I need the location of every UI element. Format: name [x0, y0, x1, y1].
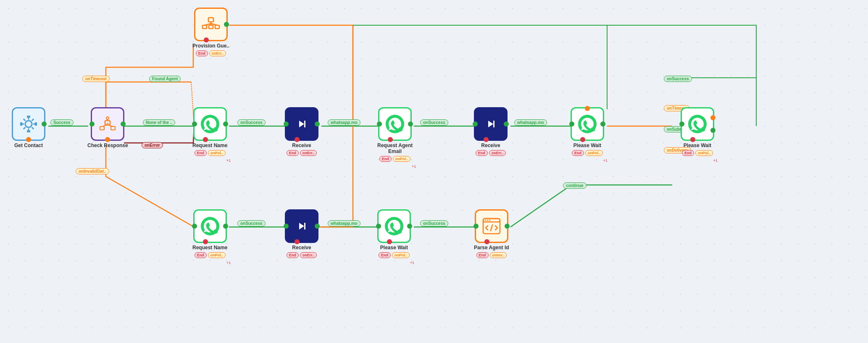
- receive-icon-1: [292, 115, 311, 133]
- please-wait-right-box[interactable]: [681, 107, 714, 141]
- provision-guest-node[interactable]: Provision Gue.. End onErr..: [192, 8, 229, 56]
- receive-2-box[interactable]: [474, 107, 508, 141]
- svg-point-13: [25, 121, 32, 127]
- provision-onerr-tag: onErr..: [209, 50, 226, 56]
- whatsapp-mo-2-edge-label: whatsapp.mo: [514, 119, 547, 126]
- on-error-edge-label: onError: [142, 142, 163, 148]
- svg-rect-28: [215, 25, 219, 29]
- svg-line-46: [491, 225, 492, 231]
- please-wait-2-label: Please Wait: [380, 245, 408, 251]
- code-icon: [482, 216, 501, 236]
- request-agent-email-label: Request AgentEmail: [377, 142, 413, 154]
- request-agent-email-box[interactable]: [378, 107, 412, 141]
- get-contact-node[interactable]: Get Contact: [12, 107, 45, 148]
- on-success-4-edge-label: onSuccess: [420, 220, 448, 227]
- please-wait-right-label: Please Wait: [684, 142, 711, 148]
- receive-1-node[interactable]: Receive End onErr..: [285, 107, 318, 156]
- check-response-node[interactable]: Check Response: [87, 107, 128, 148]
- provision-end-tag: End: [196, 50, 208, 56]
- receive-1-tags: End onErr..: [287, 150, 317, 156]
- router-icon: [98, 115, 117, 133]
- receive-2-tags: End onErr..: [476, 150, 506, 156]
- request-name-1-label: Request Name: [192, 142, 227, 148]
- request-name-2-label: Request Name: [192, 245, 227, 251]
- parse-agent-id-tags: End onInv..: [476, 252, 507, 258]
- svg-rect-15: [27, 130, 30, 132]
- request-name-2-box[interactable]: [193, 209, 227, 243]
- please-wait-2-box[interactable]: [377, 209, 411, 243]
- gear-icon: [18, 114, 39, 134]
- parse-agent-id-node[interactable]: Parse Agent Id End onInv..: [474, 209, 509, 258]
- svg-rect-17: [35, 122, 37, 126]
- please-wait-right-tags: End onPol.. +1: [682, 150, 713, 156]
- receive-3-label: Receive: [292, 245, 311, 251]
- on-success-2-edge-label: onSuccess: [420, 119, 448, 126]
- get-contact-box[interactable]: [12, 107, 45, 141]
- please-wait-2-node[interactable]: Please Wait End onPol.. +1: [377, 209, 411, 258]
- request-agent-email-tags: End onPol.. +1: [379, 156, 410, 162]
- check-response-box[interactable]: [91, 107, 124, 141]
- svg-rect-25: [208, 18, 213, 22]
- on-invalid-dat-edge-label: onInvalidDat..: [76, 168, 109, 174]
- receive-1-label: Receive: [292, 142, 311, 148]
- check-response-label: Check Response: [87, 142, 128, 148]
- whatsapp-icon-2: [384, 113, 405, 135]
- svg-line-22: [108, 125, 113, 127]
- continue-edge-label: continue: [563, 182, 587, 189]
- svg-rect-20: [111, 127, 115, 130]
- on-success-1-edge-label: onSuccess: [237, 119, 266, 126]
- svg-rect-19: [100, 127, 104, 130]
- please-wait-1-label: Please Wait: [573, 142, 601, 148]
- receive-2-label: Receive: [481, 142, 500, 148]
- request-name-2-tags: End onPol.. +1: [195, 252, 226, 258]
- svg-rect-16: [20, 122, 22, 126]
- receive-2-node[interactable]: Receive End onErr..: [474, 107, 508, 156]
- svg-rect-26: [203, 25, 207, 29]
- provision-guest-tags: End onErr..: [196, 50, 226, 56]
- request-name-1-node[interactable]: Request Name End onPol.. +1: [192, 107, 227, 156]
- please-wait-1-node[interactable]: Please Wait End onPol.. +1: [571, 107, 604, 156]
- request-name-2-node[interactable]: Request Name End onPol.. +1: [192, 209, 227, 258]
- svg-line-21: [102, 125, 108, 127]
- connections-layer: [0, 0, 868, 343]
- get-contact-label: Get Contact: [14, 142, 43, 148]
- svg-point-44: [487, 220, 488, 221]
- provision-guest-box[interactable]: [194, 8, 228, 41]
- please-wait-2-tags: End onPol.. +1: [379, 252, 410, 258]
- workflow-canvas[interactable]: Get Contact Check Response: [0, 0, 868, 343]
- on-timeout-edge-label: onTimeout: [82, 76, 110, 82]
- success-edge-label: Success: [50, 119, 74, 126]
- request-name-1-box[interactable]: [193, 107, 227, 141]
- whatsapp-mo-1-edge-label: whatsapp.mo: [328, 119, 360, 126]
- provision-guest-label: Provision Gue..: [192, 43, 229, 49]
- whatsapp-mo-3-edge-label: whatsapp.mo: [328, 220, 360, 227]
- whatsapp-icon-1: [200, 113, 221, 135]
- svg-point-45: [489, 220, 490, 221]
- svg-point-24: [106, 117, 109, 119]
- request-name-1-tags: End onPol.. +1: [195, 150, 226, 156]
- on-success-3-edge-label: onSuccess: [237, 220, 266, 227]
- please-wait-right-node[interactable]: Please Wait End onPol.. +1: [681, 107, 714, 156]
- parse-agent-id-box[interactable]: [475, 209, 508, 243]
- found-agent-edge-label: Found Agent: [149, 76, 181, 82]
- none-of-the-edge-label: None of the ..: [143, 119, 175, 126]
- svg-point-43: [485, 220, 486, 221]
- receive-3-node[interactable]: Receive End onErr..: [285, 209, 318, 258]
- receive-3-tags: End onErr..: [287, 252, 317, 258]
- please-wait-1-tags: End onPol.. +1: [572, 150, 603, 156]
- whatsapp-icon-4: [200, 216, 221, 237]
- please-wait-1-box[interactable]: [571, 107, 604, 141]
- svg-rect-14: [27, 116, 30, 118]
- request-agent-email-node[interactable]: Request AgentEmail End onPol.. +1: [377, 107, 413, 162]
- parse-agent-id-label: Parse Agent Id: [474, 245, 509, 251]
- whatsapp-icon-5: [384, 216, 405, 237]
- whatsapp-icon-3: [577, 113, 598, 135]
- tree-icon: [201, 14, 221, 34]
- receive-3-box[interactable]: [285, 209, 318, 243]
- svg-rect-27: [209, 25, 213, 29]
- receive-icon-2: [481, 115, 500, 133]
- receive-1-box[interactable]: [285, 107, 318, 141]
- on-success-top-edge-label: onSuccess: [664, 76, 692, 82]
- receive-icon-3: [292, 217, 311, 235]
- whatsapp-icon-6: [687, 113, 708, 135]
